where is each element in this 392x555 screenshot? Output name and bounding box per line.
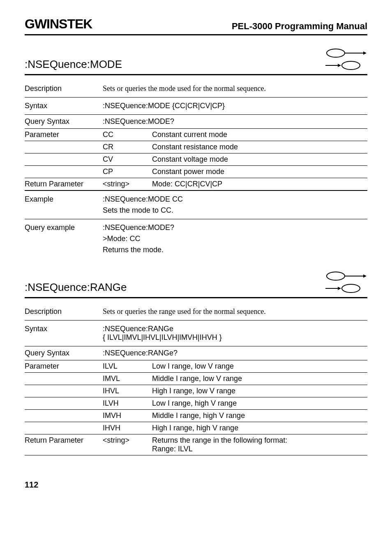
param-desc: Constant resistance mode [152,143,367,151]
return-param-row: Return Parameter <string> Returns the ra… [25,434,367,455]
svg-marker-8 [363,274,367,278]
query-example-description: Returns the mode. [103,246,367,254]
section-heading-row: :NSEQuence:RANGe [25,271,367,298]
example-command: :NSEQuence:MODE CC [103,195,367,204]
return-param-label: Return Parameter [25,436,103,453]
param-row: CP Constant power mode [25,166,367,178]
parameter-label: Parameter [25,362,103,371]
param-desc: Low I range, high V range [152,399,367,408]
syntax-text-line2: { ILVL|IMVL|IHVL|ILVH|IMVH|IHVH } [103,333,367,342]
param-row: ILVH Low I range, high V range [25,397,367,410]
param-code: IHVH [103,424,152,432]
description-row: Description Sets or queries the range us… [25,303,367,320]
return-param-desc-line2: Range: ILVL [152,445,367,453]
description-label: Description [25,84,103,93]
query-example-label: Query example [25,223,103,254]
parameter-label: Parameter [25,130,103,139]
param-code: CC [103,130,152,139]
svg-marker-4 [338,64,341,67]
param-row: IMVH Middle I range, high V range [25,410,367,422]
param-desc: Constant power mode [152,167,367,176]
return-param-desc: Mode: CC|CR|CV|CP [152,180,367,188]
return-param-desc-line1: Returns the range in the following forma… [152,436,367,445]
query-syntax-label: Query Syntax [25,117,103,126]
query-syntax-text: :NSEQuence:MODE? [103,117,367,126]
param-row: IHVH High I range, high V range [25,422,367,434]
param-row: IHVL High I range, low V range [25,385,367,397]
param-code: CR [103,143,152,151]
query-example-row: Query example :NSEQuence:MODE? >Mode: CC… [25,219,367,258]
param-code: ILVH [103,399,152,408]
query-example-command: :NSEQuence:MODE? [103,223,367,232]
description-label: Description [25,307,103,316]
query-example-response: >Mode: CC [103,235,367,243]
syntax-label: Syntax [25,102,103,110]
param-row: CR Constant resistance mode [25,141,367,153]
example-label: Example [25,195,103,215]
param-code: IMVL [103,374,152,383]
param-desc: Low I range, low V range [152,362,367,371]
param-code: CP [103,167,152,176]
section-heading: :NSEQuence:RANGe [25,281,127,294]
query-syntax-label: Query Syntax [25,349,103,358]
return-param-row: Return Parameter <string> Mode: CC|CR|CV… [25,178,367,191]
svg-point-6 [327,272,345,280]
param-code: ILVL [103,362,152,371]
manual-title: PEL-3000 Programming Manual [232,21,367,32]
svg-point-0 [327,49,345,57]
param-desc: High I range, high V range [152,424,367,432]
param-desc: Middle I range, high V range [152,411,367,420]
param-row: CV Constant voltage mode [25,153,367,166]
param-code: IMVH [103,411,152,420]
description-text: Sets or queries the mode used for the no… [103,84,367,93]
set-icon [324,271,367,281]
return-param-label: Return Parameter [25,180,103,188]
description-text: Sets or queries the range used for the n… [103,307,367,316]
return-param-code: <string> [103,436,152,453]
param-desc: Constant voltage mode [152,155,367,164]
description-row: Description Sets or queries the mode use… [25,80,367,98]
parameter-table: Query Syntax :NSEQuence:RANGe? Parameter… [25,346,367,455]
svg-point-5 [342,61,360,70]
return-param-code: <string> [103,180,152,188]
syntax-row: Syntax :NSEQuence:MODE {CC|CR|CV|CP} [25,98,367,115]
query-syntax-row: Query Syntax :NSEQuence:RANGe? [25,346,367,360]
logo: GWINSTEK [25,16,92,32]
param-desc: Middle I range, low V range [152,374,367,383]
syntax-row: Syntax :NSEQuence:RANGe { ILVL|IMVL|IHVL… [25,320,367,346]
svg-marker-2 [363,51,367,55]
svg-marker-10 [338,287,341,290]
query-syntax-row: Query Syntax :NSEQuence:MODE? [25,115,367,128]
param-desc: Constant current mode [152,130,367,139]
example-row: Example :NSEQuence:MODE CC Sets the mode… [25,191,367,219]
param-desc: High I range, low V range [152,387,367,395]
page-number: 112 [25,480,367,490]
param-row: IMVL Middle I range, low V range [25,373,367,385]
param-row: Parameter CC Constant current mode [25,128,367,141]
svg-point-11 [342,284,360,293]
command-type-icons [324,271,367,294]
syntax-text-line1: :NSEQuence:RANGe [103,325,367,333]
query-syntax-text: :NSEQuence:RANGe? [103,349,367,358]
param-row: Parameter ILVL Low I range, low V range [25,360,367,373]
section-heading: :NSEQuence:MODE [25,58,122,71]
query-icon [324,283,367,294]
syntax-text: :NSEQuence:MODE {CC|CR|CV|CP} [103,102,367,110]
parameter-table: Query Syntax :NSEQuence:MODE? Parameter … [25,115,367,191]
query-icon [324,60,367,71]
example-description: Sets the mode to CC. [103,206,367,215]
param-code: CV [103,155,152,164]
command-type-icons [324,48,367,71]
page-header: GWINSTEK PEL-3000 Programming Manual [25,16,367,35]
param-code: IHVL [103,387,152,395]
set-icon [324,48,367,58]
section-heading-row: :NSEQuence:MODE [25,48,367,75]
syntax-label: Syntax [25,325,103,342]
